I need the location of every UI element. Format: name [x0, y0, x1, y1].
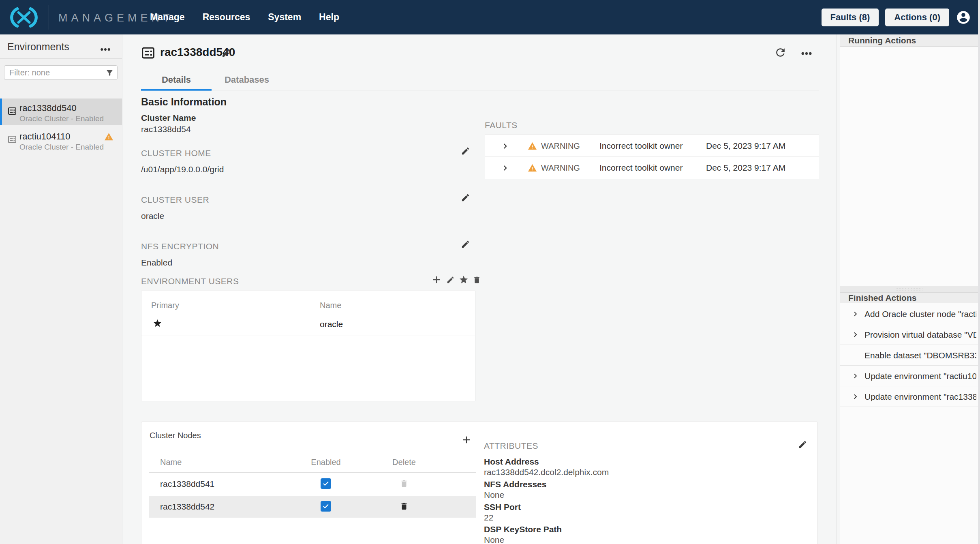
environment-details-panel: rac1338dd540 Details Databases Basic Inf… — [123, 34, 836, 544]
warning-icon — [104, 132, 113, 141]
cluster-home-label: CLUSTER HOME — [141, 148, 211, 158]
fault-title: Incorrect toolkit owner — [599, 163, 683, 173]
cluster-name-value: rac1338dd54 — [141, 124, 191, 134]
user-name: oracle — [320, 319, 343, 329]
environment-name: ractiu104110 — [19, 131, 71, 142]
sidebar-title: Environments — [7, 41, 69, 53]
set-primary-star-icon[interactable] — [459, 275, 469, 285]
tab-bar: Details Databases — [141, 73, 282, 91]
fault-row[interactable]: WARNING Incorrect toolkit owner Dec 5, 2… — [485, 135, 819, 157]
add-user-icon[interactable] — [431, 274, 442, 285]
environment-name: rac1338dd540 — [19, 103, 77, 114]
sidebar-more-icon[interactable] — [99, 43, 111, 56]
expand-chevron-icon[interactable] — [851, 371, 860, 381]
nfs-encryption-label: NFS ENCRYPTION — [141, 242, 219, 251]
ssh-port-label: SSH Port — [484, 502, 521, 512]
user-account-icon[interactable] — [956, 10, 971, 25]
finished-action-item[interactable]: Update environment "rac1338dd54... — [840, 386, 978, 407]
fault-title: Incorrect toolkit owner — [599, 141, 683, 151]
node-name: rac1338dd542 — [160, 502, 214, 512]
menu-item-manage[interactable]: Manage — [150, 12, 185, 23]
nav-right-group: Faults (8) Actions (0) — [822, 0, 971, 34]
finished-actions-list: Add Oracle cluster node "ractiu104... Pr… — [840, 304, 978, 407]
page-scrollbar[interactable] — [978, 0, 980, 544]
menu-item-help[interactable]: Help — [319, 12, 339, 23]
actions-button[interactable]: Actions (0) — [885, 9, 949, 26]
cluster-home-edit-icon[interactable] — [461, 146, 470, 156]
finished-action-item[interactable]: Update environment "ractiu104110". — [840, 366, 978, 386]
sidebar-item-rac1338dd540[interactable]: rac1338dd540 Oracle Cluster - Enabled — [0, 99, 122, 125]
host-address-value: rac1338dd542.dcol2.delphix.com — [484, 467, 609, 477]
edit-attributes-icon[interactable] — [798, 440, 807, 449]
delete-node-icon[interactable] — [400, 502, 409, 511]
add-node-icon[interactable] — [461, 434, 472, 445]
tab-details[interactable]: Details — [141, 73, 212, 91]
column-header-delete: Delete — [385, 458, 424, 467]
column-header-enabled: Enabled — [308, 458, 344, 467]
cluster-nodes-label: Cluster Nodes — [150, 431, 201, 440]
running-actions-header: Running Actions — [840, 34, 978, 47]
sidebar-filter — [4, 65, 118, 80]
delete-user-icon[interactable] — [473, 276, 481, 284]
nfs-encryption-value: Enabled — [141, 258, 172, 268]
nfs-encryption-edit-icon[interactable] — [461, 240, 470, 249]
faults-label: FAULTS — [485, 120, 518, 130]
primary-star-icon — [153, 319, 162, 328]
environment-users-toolbar — [431, 274, 481, 285]
cluster-name-label: Cluster Name — [141, 113, 196, 123]
sidebar-item-ractiu104110[interactable]: ractiu104110 Oracle Cluster - Enabled — [0, 127, 122, 153]
warning-icon — [528, 141, 537, 151]
environment-subtitle: Oracle Cluster - Enabled — [19, 114, 104, 123]
finished-action-item[interactable]: Add Oracle cluster node "ractiu104... — [840, 304, 978, 324]
tab-databases[interactable]: Databases — [212, 73, 282, 91]
warning-icon — [528, 163, 537, 173]
delphix-management-app: MANAGEMENT Manage Resources System Help … — [0, 0, 980, 544]
edit-user-icon[interactable] — [446, 276, 455, 284]
environment-users-label: ENVIRONMENT USERS — [141, 276, 239, 286]
expand-chevron-icon[interactable] — [851, 309, 860, 319]
refresh-icon[interactable] — [774, 46, 787, 59]
fault-severity: WARNING — [541, 163, 580, 173]
expand-chevron-icon[interactable] — [500, 163, 510, 173]
enabled-checkbox[interactable] — [321, 478, 331, 489]
action-label: Update environment "rac1338dd54... — [864, 386, 976, 407]
delete-node-icon[interactable] — [400, 479, 409, 488]
panel-splitter-handle[interactable] — [840, 286, 978, 293]
environment-subtitle: Oracle Cluster - Enabled — [19, 143, 104, 152]
fault-row[interactable]: WARNING Incorrect toolkit owner Dec 5, 2… — [485, 157, 819, 179]
environment-users-table: Primary Name oracle — [141, 291, 475, 401]
menu-item-resources[interactable]: Resources — [203, 12, 250, 23]
nfs-addresses-value: None — [484, 490, 504, 500]
enabled-checkbox[interactable] — [321, 501, 331, 512]
node-name: rac1338dd541 — [160, 479, 214, 489]
dsp-keystore-path-value: None — [484, 535, 504, 544]
cluster-user-value: oracle — [141, 211, 164, 221]
dsp-keystore-path-label: DSP KeyStore Path — [484, 525, 562, 534]
menu-item-system[interactable]: System — [268, 12, 301, 23]
expand-chevron-icon[interactable] — [851, 392, 860, 401]
finished-action-item[interactable]: Provision virtual database "VDBO_... — [840, 324, 978, 345]
attributes-label: ATTRIBUTES — [484, 441, 538, 451]
top-nav-bar: MANAGEMENT Manage Resources System Help … — [0, 0, 980, 34]
host-address-label: Host Address — [484, 457, 539, 467]
expand-chevron-icon[interactable] — [851, 330, 860, 339]
filter-icon[interactable] — [105, 69, 114, 77]
cluster-node-row[interactable]: rac1338dd542 — [149, 496, 476, 518]
cluster-node-row[interactable]: rac1338dd541 — [149, 473, 476, 496]
more-actions-icon[interactable] — [800, 47, 813, 60]
selected-indicator — [0, 99, 2, 125]
filter-input[interactable] — [4, 65, 118, 80]
cluster-user-edit-icon[interactable] — [461, 193, 470, 202]
finished-action-item[interactable]: Enable dataset "DBOMSRB331B3". — [840, 345, 978, 366]
action-label: Update environment "ractiu104110". — [864, 366, 976, 386]
fault-severity: WARNING — [541, 141, 580, 151]
column-header-name: Name — [160, 458, 182, 467]
rename-pencil-icon[interactable] — [221, 48, 231, 58]
column-header-primary: Primary — [151, 301, 179, 310]
faults-button[interactable]: Faults (8) — [822, 9, 879, 26]
expand-chevron-icon[interactable] — [500, 141, 510, 151]
column-header-name: Name — [320, 301, 341, 310]
environment-icon — [7, 135, 17, 144]
fault-date: Dec 5, 2023 9:17 AM — [706, 141, 785, 151]
panel-divider — [836, 34, 837, 544]
